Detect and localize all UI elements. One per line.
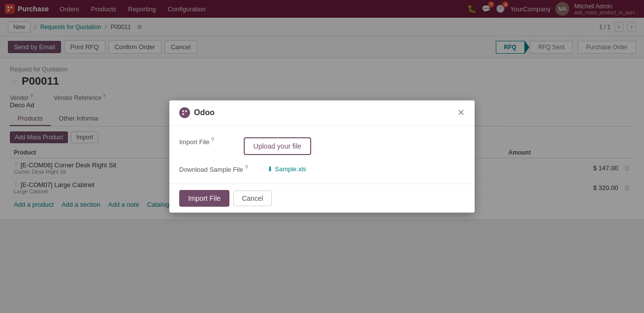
modal-title-row: Odoo bbox=[179, 107, 215, 118]
upload-file-button[interactable]: Upload your file bbox=[244, 137, 311, 155]
import-file-label: Import File ? bbox=[179, 137, 214, 146]
import-file-row: Import File ? Upload your file bbox=[179, 137, 465, 155]
download-sample-label: Download Sample File ? bbox=[179, 165, 248, 173]
import-file-button[interactable]: Import File bbox=[179, 190, 229, 207]
modal-close-button[interactable]: ✕ bbox=[457, 108, 465, 117]
odoo-logo-icon bbox=[179, 107, 190, 118]
cancel-modal-button[interactable]: Cancel bbox=[233, 190, 272, 206]
modal-body: Import File ? Upload your file Download … bbox=[169, 125, 475, 183]
sample-download-link[interactable]: ⬇ Sample.xls bbox=[267, 165, 306, 173]
modal-header: Odoo ✕ bbox=[169, 100, 475, 125]
svg-point-5 bbox=[182, 113, 184, 115]
modal-title: Odoo bbox=[194, 108, 215, 117]
modal-overlay: Odoo ✕ Import File ? Upload your file Do… bbox=[0, 0, 644, 313]
svg-point-4 bbox=[185, 110, 187, 112]
import-modal: Odoo ✕ Import File ? Upload your file Do… bbox=[169, 100, 475, 212]
modal-footer: Import File Cancel bbox=[169, 184, 475, 213]
svg-point-3 bbox=[182, 110, 184, 112]
download-sample-row: Download Sample File ? ⬇ Sample.xls bbox=[179, 165, 465, 173]
